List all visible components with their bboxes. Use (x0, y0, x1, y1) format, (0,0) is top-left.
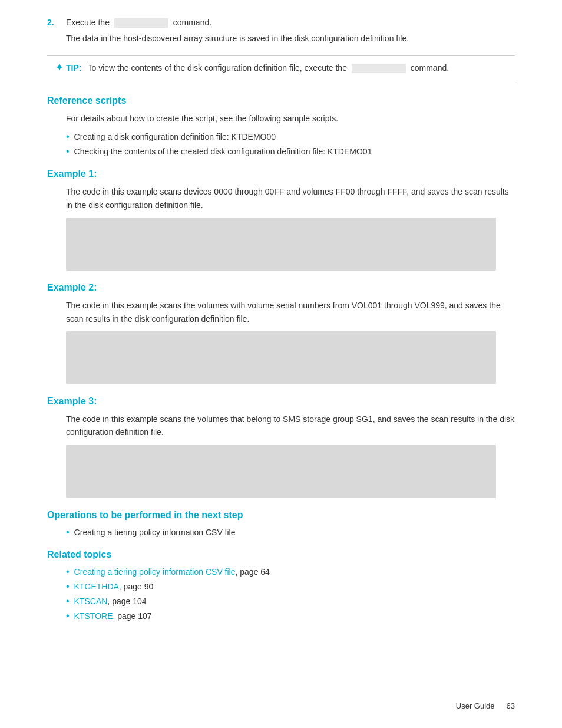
page-container: 2. Execute the command. The data in the … (0, 0, 562, 666)
step2-line: 2. Execute the command. (47, 18, 515, 28)
list-item: KTGETHDA, page 90 (66, 581, 515, 593)
reference-scripts-body: For details about how to create the scri… (66, 112, 515, 125)
step2-text-after: command. (173, 18, 211, 27)
step2-command-placeholder (114, 18, 168, 28)
tip-box: ✦ TIP: To view the contents of the disk … (47, 55, 515, 81)
related-link-1[interactable]: KTGETHDA (74, 582, 119, 591)
step2-text-before: Execute the (66, 18, 110, 27)
example1-body: The code in this example scans devices 0… (66, 185, 515, 212)
example1-heading: Example 1: (47, 169, 515, 179)
related-topics-heading: Related topics (47, 549, 515, 560)
example3-code-block (66, 445, 496, 498)
list-item: Checking the contents of the created dis… (66, 146, 515, 158)
operations-list: Creating a tiering policy information CS… (66, 526, 515, 539)
example2-code-block (66, 331, 496, 384)
related-link-2[interactable]: KTSCAN (74, 597, 108, 606)
example1-code-block (66, 218, 496, 271)
step2-number: 2. (47, 18, 59, 27)
step2-text: Execute the command. (66, 18, 211, 28)
example3-heading: Example 3: (47, 396, 515, 407)
list-item: Creating a disk configuration definition… (66, 131, 515, 143)
tip-icon: ✦ (55, 62, 63, 73)
reference-scripts-list: Creating a disk configuration definition… (66, 131, 515, 158)
tip-label: ✦ TIP: (55, 62, 81, 73)
footer: User Guide 63 (456, 701, 515, 710)
tip-content: To view the contents of the disk configu… (87, 62, 449, 75)
example2-heading: Example 2: (47, 282, 515, 293)
list-item: Creating a tiering policy information CS… (66, 566, 515, 578)
example2-body: The code in this example scans the volum… (66, 299, 515, 325)
list-item: KTSTORE, page 107 (66, 610, 515, 622)
example3-body: The code in this example scans the volum… (66, 413, 515, 439)
related-topics-list: Creating a tiering policy information CS… (66, 566, 515, 622)
list-item: Creating a tiering policy information CS… (66, 526, 515, 539)
operations-heading: Operations to be performed in the next s… (47, 510, 515, 521)
tip-command-placeholder (352, 64, 406, 73)
footer-page: 63 (507, 701, 515, 710)
related-link-0[interactable]: Creating a tiering policy information CS… (74, 567, 236, 577)
list-item: KTSCAN, page 104 (66, 595, 515, 608)
step2-detail: The data in the host-discovered array st… (66, 32, 515, 45)
reference-scripts-heading: Reference scripts (47, 95, 515, 106)
related-link-3[interactable]: KTSTORE (74, 611, 113, 621)
footer-label: User Guide (456, 701, 495, 710)
